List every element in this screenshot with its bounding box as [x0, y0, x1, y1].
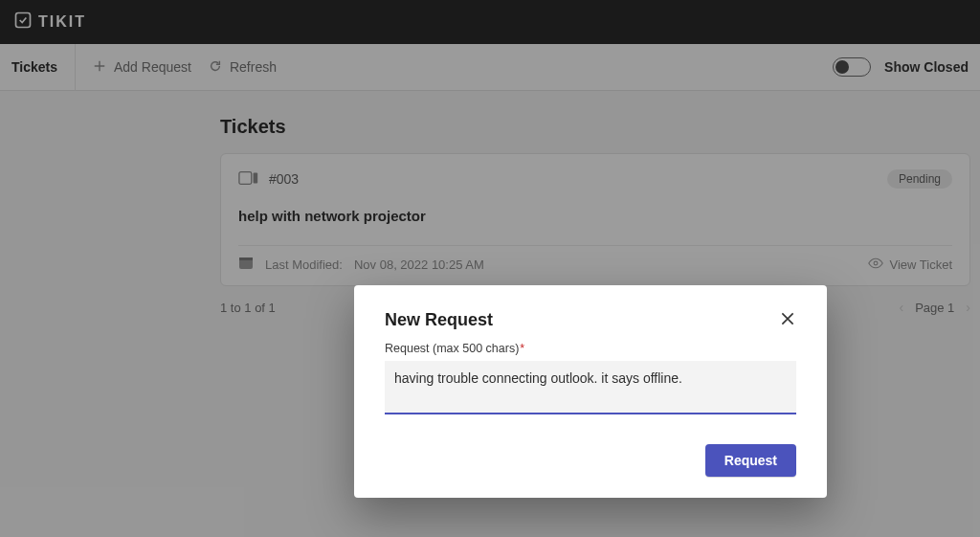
required-star: *: [520, 342, 524, 355]
request-submit-button[interactable]: Request: [705, 444, 796, 477]
request-textarea[interactable]: [385, 361, 796, 414]
close-icon[interactable]: [779, 310, 796, 327]
modal-title: New Request: [385, 310, 493, 330]
app-root: TIKIT Tickets Add Request Refresh: [0, 0, 980, 537]
new-request-modal: New Request Request (max 500 chars)* Req…: [354, 285, 827, 498]
request-field-label-text: Request (max 500 chars): [385, 342, 519, 355]
request-field-label: Request (max 500 chars)*: [385, 342, 796, 355]
